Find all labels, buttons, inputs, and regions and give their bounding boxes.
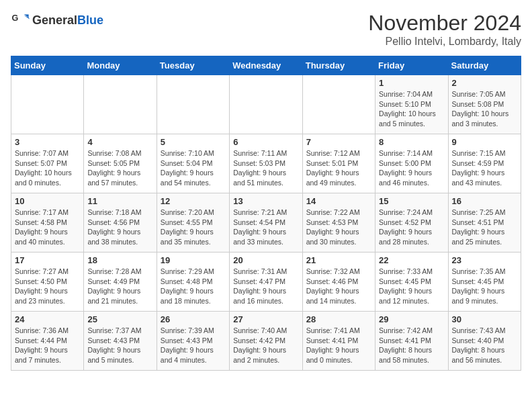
calendar-cell: 20Sunrise: 7:31 AM Sunset: 4:47 PM Dayli… [230,253,302,312]
day-number: 13 [233,196,298,206]
weekday-header-wednesday: Wednesday [230,56,302,75]
calendar-cell: 28Sunrise: 7:41 AM Sunset: 4:41 PM Dayli… [302,312,375,371]
day-info: Sunrise: 7:15 AM Sunset: 4:59 PM Dayligh… [452,148,517,188]
day-number: 1 [379,78,444,88]
day-info: Sunrise: 7:37 AM Sunset: 4:43 PM Dayligh… [87,326,152,365]
day-info: Sunrise: 7:21 AM Sunset: 4:54 PM Dayligh… [233,208,298,247]
day-info: Sunrise: 7:35 AM Sunset: 4:45 PM Dayligh… [452,267,517,306]
calendar-cell: 25Sunrise: 7:37 AM Sunset: 4:43 PM Dayli… [84,312,157,371]
day-info: Sunrise: 7:27 AM Sunset: 4:50 PM Dayligh… [15,267,80,306]
day-info: Sunrise: 7:08 AM Sunset: 5:05 PM Dayligh… [87,148,152,188]
day-number: 29 [379,314,444,324]
title-area: November 2024 Pellio Intelvi, Lombardy, … [368,11,521,48]
day-number: 7 [306,137,371,147]
calendar-cell: 22Sunrise: 7:33 AM Sunset: 4:45 PM Dayli… [375,253,448,312]
day-number: 23 [452,255,517,265]
calendar-cell: 30Sunrise: 7:43 AM Sunset: 4:40 PM Dayli… [448,312,521,371]
calendar-cell [84,75,157,134]
day-number: 28 [306,314,371,324]
weekday-header-row: SundayMondayTuesdayWednesdayThursdayFrid… [11,56,521,75]
day-number: 12 [161,196,226,206]
logo-blue-text: Blue [77,13,103,27]
weekday-header-thursday: Thursday [302,56,375,75]
logo-general-text: General [32,13,77,27]
calendar-cell [157,75,229,134]
day-info: Sunrise: 7:24 AM Sunset: 4:52 PM Dayligh… [379,208,444,247]
day-number: 5 [161,137,226,147]
day-info: Sunrise: 7:12 AM Sunset: 5:01 PM Dayligh… [306,148,371,188]
day-info: Sunrise: 7:41 AM Sunset: 4:41 PM Dayligh… [306,326,371,365]
day-number: 22 [379,255,444,265]
day-number: 16 [452,196,517,206]
day-number: 25 [87,314,152,324]
day-number: 10 [15,196,80,206]
month-title: November 2024 [368,11,521,36]
day-info: Sunrise: 7:29 AM Sunset: 4:48 PM Dayligh… [161,267,226,306]
day-info: Sunrise: 7:11 AM Sunset: 5:03 PM Dayligh… [233,148,298,188]
calendar-cell: 5Sunrise: 7:10 AM Sunset: 5:04 PM Daylig… [157,134,229,193]
day-info: Sunrise: 7:22 AM Sunset: 4:53 PM Dayligh… [306,208,371,247]
weekday-header-sunday: Sunday [11,56,84,75]
calendar-cell: 1Sunrise: 7:04 AM Sunset: 5:10 PM Daylig… [375,75,448,134]
calendar-cell: 26Sunrise: 7:39 AM Sunset: 4:43 PM Dayli… [157,312,229,371]
day-info: Sunrise: 7:04 AM Sunset: 5:10 PM Dayligh… [379,89,444,129]
day-info: Sunrise: 7:39 AM Sunset: 4:43 PM Dayligh… [161,326,226,365]
calendar-cell: 18Sunrise: 7:28 AM Sunset: 4:49 PM Dayli… [84,253,157,312]
svg-text:G: G [11,13,18,23]
day-number: 8 [379,137,444,147]
calendar-cell: 13Sunrise: 7:21 AM Sunset: 4:54 PM Dayli… [230,193,302,253]
day-info: Sunrise: 7:14 AM Sunset: 5:00 PM Dayligh… [379,148,444,188]
location-title: Pellio Intelvi, Lombardy, Italy [368,36,521,48]
day-info: Sunrise: 7:40 AM Sunset: 4:42 PM Dayligh… [233,326,298,365]
day-info: Sunrise: 7:31 AM Sunset: 4:47 PM Dayligh… [233,267,298,306]
day-number: 20 [233,255,298,265]
day-number: 26 [161,314,226,324]
calendar-cell: 17Sunrise: 7:27 AM Sunset: 4:50 PM Dayli… [11,253,84,312]
calendar-cell: 16Sunrise: 7:25 AM Sunset: 4:51 PM Dayli… [448,193,521,253]
calendar-week-row: 10Sunrise: 7:17 AM Sunset: 4:58 PM Dayli… [11,193,521,253]
day-info: Sunrise: 7:07 AM Sunset: 5:07 PM Dayligh… [15,148,80,188]
day-number: 18 [87,255,152,265]
calendar-cell: 19Sunrise: 7:29 AM Sunset: 4:48 PM Dayli… [157,253,229,312]
calendar-cell: 14Sunrise: 7:22 AM Sunset: 4:53 PM Dayli… [302,193,375,253]
day-info: Sunrise: 7:43 AM Sunset: 4:40 PM Dayligh… [452,326,517,365]
day-info: Sunrise: 7:42 AM Sunset: 4:41 PM Dayligh… [379,326,444,365]
calendar-cell: 2Sunrise: 7:05 AM Sunset: 5:08 PM Daylig… [448,75,521,134]
logo: G GeneralBlue [11,11,103,30]
logo-icon: G [11,11,30,30]
day-number: 30 [452,314,517,324]
calendar-cell: 7Sunrise: 7:12 AM Sunset: 5:01 PM Daylig… [302,134,375,193]
day-info: Sunrise: 7:33 AM Sunset: 4:45 PM Dayligh… [379,267,444,306]
day-info: Sunrise: 7:20 AM Sunset: 4:55 PM Dayligh… [161,208,226,247]
calendar-week-row: 1Sunrise: 7:04 AM Sunset: 5:10 PM Daylig… [11,75,521,134]
weekday-header-monday: Monday [84,56,157,75]
day-info: Sunrise: 7:10 AM Sunset: 5:04 PM Dayligh… [161,148,226,188]
calendar-cell: 15Sunrise: 7:24 AM Sunset: 4:52 PM Dayli… [375,193,448,253]
day-number: 11 [87,196,152,206]
day-number: 6 [233,137,298,147]
day-number: 24 [15,314,80,324]
calendar-week-row: 3Sunrise: 7:07 AM Sunset: 5:07 PM Daylig… [11,134,521,193]
day-number: 15 [379,196,444,206]
day-info: Sunrise: 7:32 AM Sunset: 4:46 PM Dayligh… [306,267,371,306]
day-number: 3 [15,137,80,147]
day-number: 14 [306,196,371,206]
calendar-week-row: 24Sunrise: 7:36 AM Sunset: 4:44 PM Dayli… [11,312,521,371]
day-info: Sunrise: 7:17 AM Sunset: 4:58 PM Dayligh… [15,208,80,247]
calendar-cell [302,75,375,134]
calendar-cell [230,75,302,134]
calendar-cell: 9Sunrise: 7:15 AM Sunset: 4:59 PM Daylig… [448,134,521,193]
day-info: Sunrise: 7:28 AM Sunset: 4:49 PM Dayligh… [87,267,152,306]
day-number: 2 [452,78,517,88]
day-info: Sunrise: 7:36 AM Sunset: 4:44 PM Dayligh… [15,326,80,365]
calendar-cell [11,75,84,134]
calendar-cell: 8Sunrise: 7:14 AM Sunset: 5:00 PM Daylig… [375,134,448,193]
calendar-cell: 29Sunrise: 7:42 AM Sunset: 4:41 PM Dayli… [375,312,448,371]
calendar-cell: 10Sunrise: 7:17 AM Sunset: 4:58 PM Dayli… [11,193,84,253]
day-info: Sunrise: 7:05 AM Sunset: 5:08 PM Dayligh… [452,89,517,129]
calendar-cell: 24Sunrise: 7:36 AM Sunset: 4:44 PM Dayli… [11,312,84,371]
calendar-cell: 3Sunrise: 7:07 AM Sunset: 5:07 PM Daylig… [11,134,84,193]
day-number: 19 [161,255,226,265]
calendar-cell: 4Sunrise: 7:08 AM Sunset: 5:05 PM Daylig… [84,134,157,193]
day-info: Sunrise: 7:25 AM Sunset: 4:51 PM Dayligh… [452,208,517,247]
